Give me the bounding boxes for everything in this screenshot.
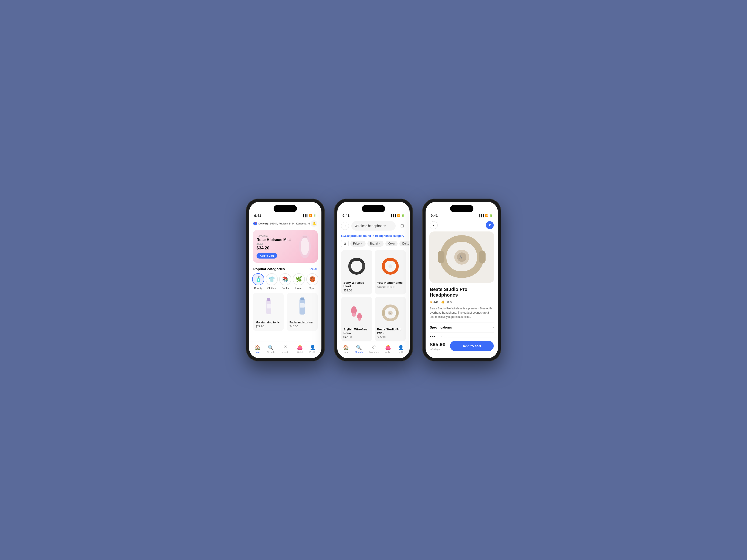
moisturising-tonic-price: $27.90	[256, 325, 281, 328]
svg-rect-19	[396, 310, 398, 316]
home-nav-icon: 🏠	[255, 345, 260, 350]
beats-search-name: Beats Studio Pro Wir...	[377, 328, 404, 335]
favorites-nav-label-2: Favorites	[369, 351, 379, 353]
home-category-icon: 🌿	[293, 273, 305, 285]
home-nav-label-2: Home	[343, 351, 349, 353]
search-input[interactable]: Wireless headphones	[351, 221, 396, 231]
svg-text:b: b	[459, 254, 462, 260]
nav-favorites-1[interactable]: ♡ Favorites	[281, 345, 290, 353]
product-price: $65.90	[430, 342, 445, 348]
svg-rect-18	[382, 310, 385, 316]
results-category[interactable]: Headphones	[375, 234, 392, 238]
specifications-row[interactable]: Specifications ›	[430, 322, 494, 332]
filter-settings-button[interactable]: ⚙	[341, 240, 349, 247]
nav-home-1[interactable]: 🏠 Home	[254, 345, 261, 353]
back-button-3[interactable]: ‹	[430, 221, 438, 229]
favorites-nav-icon-2: ♡	[371, 345, 376, 350]
category-sport[interactable]: 🏀 Sport	[306, 273, 318, 290]
earbuds-name: Stylish Wire-free Blu...	[343, 328, 370, 335]
filter-brand-remove[interactable]: ×	[379, 242, 381, 245]
hero-card: Herbviore Rose Hibiscus Mist 36.00 $34.2…	[253, 230, 318, 263]
home-nav-icon-2: 🏠	[343, 345, 349, 350]
search-nav-icon-1: 🔍	[268, 345, 274, 350]
see-all-link[interactable]: See all	[309, 267, 317, 271]
filter-color-chip[interactable]: Color	[385, 241, 398, 246]
hero-title: Rose Hibiscus Mist	[257, 238, 314, 242]
beauty-label: Beauty	[254, 287, 262, 290]
specifications-label: Specifications	[430, 325, 452, 329]
hero-brand: Herbviore	[257, 235, 314, 237]
filter-price-label: Price	[353, 242, 360, 245]
product-detail-name: Beats Studio Pro Headphones	[430, 287, 494, 298]
yoto-headphone-image	[377, 254, 404, 279]
sport-icon: 🏀	[306, 273, 318, 285]
favorites-nav-label-1: Favorites	[281, 351, 290, 353]
detail-header: ‹ ♥	[426, 219, 498, 232]
recommend-badge: 👍 88%	[441, 300, 452, 303]
wallet-nav-icon-2: 👛	[385, 345, 391, 350]
moisturising-tonic-name: Moisturising tonic	[256, 321, 281, 324]
filter-brand-chip[interactable]: Brand ×	[367, 241, 384, 247]
purchase-price: $65.90 2-5 days	[430, 342, 445, 350]
add-to-cart-button[interactable]: Add to cart	[450, 341, 494, 351]
books-icon: 📚	[279, 273, 291, 285]
product-facial-moisturiser[interactable]: Facial moisturiser $45.50	[287, 293, 318, 331]
category-beauty[interactable]: 🧴 Beauty	[252, 273, 264, 290]
signal-icon-3: ▐▐▐	[479, 214, 484, 217]
earbuds-image	[343, 300, 370, 326]
back-button-2[interactable]: ‹	[341, 222, 349, 230]
filter-del-chip[interactable]: Del...	[400, 241, 410, 246]
category-home[interactable]: 🌿 Home	[293, 273, 305, 290]
hero-add-to-cart-button[interactable]: Add to Cart	[257, 253, 277, 259]
product-description: Beats Studio Pro Wireless is a premium B…	[430, 306, 494, 319]
product-beats-search[interactable]: b Beats Studio Pro Wir... $65.90	[375, 297, 406, 341]
svg-point-13	[388, 264, 392, 268]
svg-rect-23	[479, 250, 486, 263]
dynamic-island-3	[450, 205, 473, 212]
wallet-nav-icon-1: 👛	[297, 345, 303, 350]
nav-favorites-2[interactable]: ♡ Favorites	[369, 345, 379, 353]
product-detail-content: Beats Studio Pro Headphones ★ 4.9 👍 88% …	[426, 283, 498, 346]
categories-list: 🧴 Beauty 👕 Clothes 📚 Books 🌿 Home 🏀	[249, 273, 321, 293]
svg-point-17	[358, 318, 361, 321]
phone-2: 9:41 ▐▐▐ 📶 🔋 ‹ Wireless headphones ⊡ 52,…	[334, 198, 413, 362]
filters-row: ⚙ Price × Brand × Color Del...	[337, 240, 410, 250]
product-stylish-earbuds[interactable]: Stylish Wire-free Blu... $47.80	[341, 297, 372, 341]
products-grid-1: Moisturising tonic $27.90 Facial moistur…	[249, 293, 321, 331]
beats-search-image: b	[377, 300, 404, 326]
nav-search-2[interactable]: 🔍 Search	[355, 345, 363, 353]
nav-wallet-1[interactable]: 👛 Wallet	[297, 345, 303, 353]
books-label: Books	[282, 287, 289, 290]
notification-icon[interactable]: 🔔	[311, 220, 317, 227]
svg-point-15	[352, 313, 356, 317]
svg-rect-10	[362, 263, 365, 269]
filter-price-chip[interactable]: Price ×	[351, 241, 365, 247]
scan-button[interactable]: ⊡	[398, 222, 406, 230]
product-yoto[interactable]: Yoto Headphones $44.99 $56.00	[375, 250, 406, 294]
favorite-button[interactable]: ♥	[486, 221, 494, 229]
results-text: products found in	[351, 234, 375, 238]
nav-search-1[interactable]: 🔍 Search	[267, 345, 275, 353]
hero-text: Herbviore Rose Hibiscus Mist 36.00 $34.2…	[257, 235, 314, 259]
nav-home-2[interactable]: 🏠 Home	[343, 345, 349, 353]
category-clothes[interactable]: 👕 Clothes	[266, 273, 278, 290]
status-icons-2: ▐▐▐ 📶 🔋	[390, 214, 405, 217]
wifi-icon-1: 📶	[309, 214, 312, 217]
delivery-info: Delivery: 96744, Puulena St 74, Kaneohe,…	[253, 222, 310, 225]
hero-price: $34.20	[257, 246, 314, 250]
nav-profile-2[interactable]: 👤 Profile	[397, 345, 404, 353]
product-rating: ★ 4.9 👍 88%	[430, 300, 494, 303]
yoto-price: $44.99 $56.00	[377, 285, 404, 289]
nav-profile-1[interactable]: 👤 Profile	[309, 345, 316, 353]
search-nav-label-1: Search	[267, 351, 275, 353]
sport-label: Sport	[309, 287, 315, 290]
category-books[interactable]: 📚 Books	[279, 273, 291, 290]
nav-wallet-2[interactable]: 👛 Wallet	[385, 345, 391, 353]
recommend-value: 88%	[446, 300, 452, 303]
specifications-arrow-icon: ›	[493, 325, 494, 329]
search-query-text: Wireless headphones	[355, 224, 386, 228]
sony-headphone-image	[343, 254, 370, 279]
filter-price-remove[interactable]: ×	[361, 242, 363, 245]
product-sony[interactable]: Sony Wireless Head... $58.00	[341, 250, 372, 294]
product-moisturising-tonic[interactable]: Moisturising tonic $27.90	[253, 293, 284, 331]
